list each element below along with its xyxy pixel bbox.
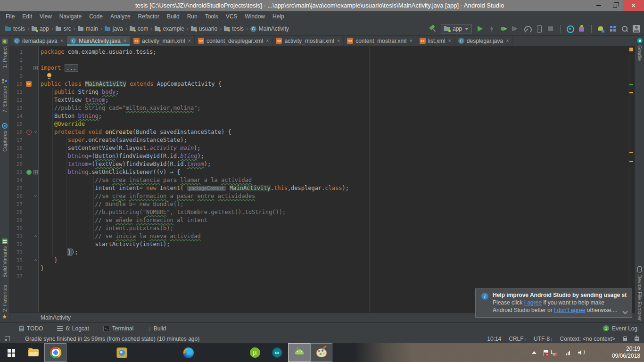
error-stripe-mark[interactable]: [629, 161, 633, 162]
editor[interactable]: 1package com.example.usuario.tesis;23+im…: [9, 46, 635, 313]
code-line[interactable]: 17 super.onCreate(savedInstanceState);: [9, 136, 628, 144]
menu-file[interactable]: File: [2, 13, 18, 20]
tab-itemadap-java[interactable]: Citemadap.java×: [10, 36, 67, 46]
stop-icon[interactable]: [547, 25, 554, 33]
menu-refactor[interactable]: Refactor: [134, 13, 163, 20]
breadcrumb-item-usuario[interactable]: usuario: [190, 25, 219, 32]
error-stripe-mark[interactable]: [629, 92, 633, 93]
code-line[interactable]: 31 // se inicia la nueva actividad: [9, 232, 628, 240]
fold-marker[interactable]: +: [33, 168, 39, 176]
close-icon[interactable]: ×: [337, 38, 340, 43]
breadcrumb-item-main[interactable]: main: [76, 25, 99, 32]
fold-marker[interactable]: +: [33, 64, 39, 72]
tool-window-button-terminal[interactable]: >_Terminal: [103, 325, 133, 332]
code-line[interactable]: 24 //se crea instancia para llamar a la …: [9, 176, 628, 184]
taskbar-snipping-tool[interactable]: [89, 343, 111, 362]
breadcrumb-item-src[interactable]: src: [54, 25, 73, 32]
code-area[interactable]: 1package com.example.usuario.tesis;23+im…: [9, 48, 628, 280]
signal-strength-icon[interactable]: [564, 350, 571, 355]
menu-build[interactable]: Build: [163, 13, 183, 20]
debug-icon[interactable]: [500, 25, 507, 33]
breadcrumb-item-java[interactable]: java: [103, 25, 124, 32]
tool-window-button-device-file-explorer[interactable]: Device File Explorer: [637, 266, 643, 321]
code-line[interactable]: 20 txtnom=(TextView)findViewById(R.id.tx…: [9, 160, 628, 168]
taskbar-firefox[interactable]: [177, 343, 199, 362]
profiler-icon[interactable]: [523, 25, 531, 33]
menu-help[interactable]: Help: [269, 13, 288, 20]
breadcrumb-item-tesis[interactable]: tesis: [4, 25, 26, 32]
tab-content-desplegar-xml[interactable]: <>content_desplegar.xml×: [195, 36, 273, 46]
fold-expand-icon[interactable]: +: [33, 66, 38, 70]
tab-content-mostrar-xml[interactable]: <>content_mostrar.xml×: [344, 36, 416, 46]
menu-edit[interactable]: Edit: [18, 13, 36, 20]
error-stripe-mark[interactable]: [629, 84, 633, 85]
fold-marker[interactable]: [33, 232, 39, 240]
breadcrumb-item-mainactivity[interactable]: CMainActivity: [249, 25, 290, 32]
error-stripe-mark[interactable]: [629, 152, 633, 153]
context-widget[interactable]: Context: <no context>: [560, 336, 615, 342]
tab-activity-mostrar-xml[interactable]: <>activity_mostrar.xml×: [272, 36, 344, 46]
event-log-button[interactable]: 1Event Log: [603, 325, 637, 332]
dont-agree-link[interactable]: I don't agree: [554, 307, 585, 313]
close-icon[interactable]: ×: [409, 38, 412, 43]
tool-window-button-build[interactable]: ↓Build: [148, 325, 166, 332]
close-icon[interactable]: ×: [124, 38, 126, 43]
code-line[interactable]: 9: [9, 72, 628, 80]
taskbar-clock[interactable]: 20:19 09/06/2018: [612, 346, 640, 360]
breadcrumb-item-example[interactable]: example: [153, 25, 185, 32]
code-line[interactable]: 27 // Bundle b= new Bundle();: [9, 200, 628, 208]
line-ending-selector[interactable]: CRLF↕: [509, 336, 526, 342]
fold-start-icon[interactable]: [34, 194, 37, 197]
file-status-indicator[interactable]: [629, 48, 633, 51]
implements-method-icon[interactable]: [25, 168, 33, 176]
code-line[interactable]: 33 });: [9, 248, 628, 256]
menu-vcs[interactable]: VCS: [222, 13, 241, 20]
make-project-hammer-icon[interactable]: [429, 25, 437, 33]
overrides-method-icon[interactable]: [25, 128, 33, 136]
tab-mainactivity-java[interactable]: CMainActivity.java×: [67, 36, 130, 46]
fold-expand-icon[interactable]: +: [33, 170, 38, 174]
menu-view[interactable]: View: [36, 13, 56, 20]
close-icon[interactable]: ×: [188, 38, 190, 43]
code-line[interactable]: 12 TextView txtnom;: [9, 96, 628, 104]
code-line[interactable]: 28 //b.putString("NOMBRE", txtNombre.get…: [9, 208, 628, 216]
minimize-button[interactable]: [591, 0, 607, 11]
taskbar-chrome[interactable]: [44, 343, 66, 362]
taskbar-android-studio[interactable]: [288, 343, 310, 362]
code-line[interactable]: 11 public String body;: [9, 88, 628, 96]
attach-debugger-icon[interactable]: [535, 25, 543, 33]
apply-changes-icon[interactable]: [488, 25, 495, 33]
taskbar-display-settings[interactable]: [222, 343, 244, 362]
taskbar-arduino[interactable]: [266, 343, 288, 362]
hector-inspections-icon[interactable]: [635, 337, 639, 341]
tool-window-button-build-variants[interactable]: Build Variants: [2, 239, 8, 278]
tray-expand-icon[interactable]: [532, 351, 537, 354]
taskbar-secure-sync[interactable]: [155, 343, 177, 362]
tool-window-button-6-logcat[interactable]: 6: Logcat: [57, 325, 89, 332]
code-line[interactable]: 35 }: [9, 256, 628, 264]
code-line[interactable]: 25 Intent intent= new Intent( packageCon…: [9, 184, 628, 192]
taskbar-flash-tool[interactable]: [133, 343, 155, 362]
menu-navigate[interactable]: Navigate: [56, 13, 85, 20]
fold-end-icon[interactable]: [34, 259, 37, 263]
taskbar-start[interactable]: [0, 343, 22, 362]
code-line[interactable]: 26 //se crea informacion a pasar entre a…: [9, 192, 628, 200]
code-line[interactable]: 30 // intent.putExtras(b);: [9, 224, 628, 232]
encoding-selector[interactable]: UTF-8↕: [534, 336, 553, 342]
tool-window-button-todo[interactable]: TODO: [19, 325, 43, 332]
close-button[interactable]: ×: [623, 0, 644, 11]
error-stripe[interactable]: [628, 46, 635, 313]
close-icon[interactable]: ×: [506, 38, 509, 43]
code-line[interactable]: 29 // se añade informacion al intent: [9, 216, 628, 224]
code-line[interactable]: 10public class MainActivity extends AppC…: [9, 80, 628, 88]
project-structure-icon[interactable]: [609, 25, 617, 33]
fold-end-icon[interactable]: [34, 235, 37, 239]
action-center-icon[interactable]: [544, 350, 544, 356]
fold-marker[interactable]: [33, 256, 39, 264]
code-line[interactable]: 2: [9, 56, 628, 64]
fold-start-icon[interactable]: [34, 130, 37, 133]
profile-icon[interactable]: [512, 25, 519, 33]
user-avatar-icon[interactable]: [633, 25, 640, 33]
code-line[interactable]: 14 Button btning;: [9, 112, 628, 120]
agree-link[interactable]: I agree: [524, 299, 542, 306]
